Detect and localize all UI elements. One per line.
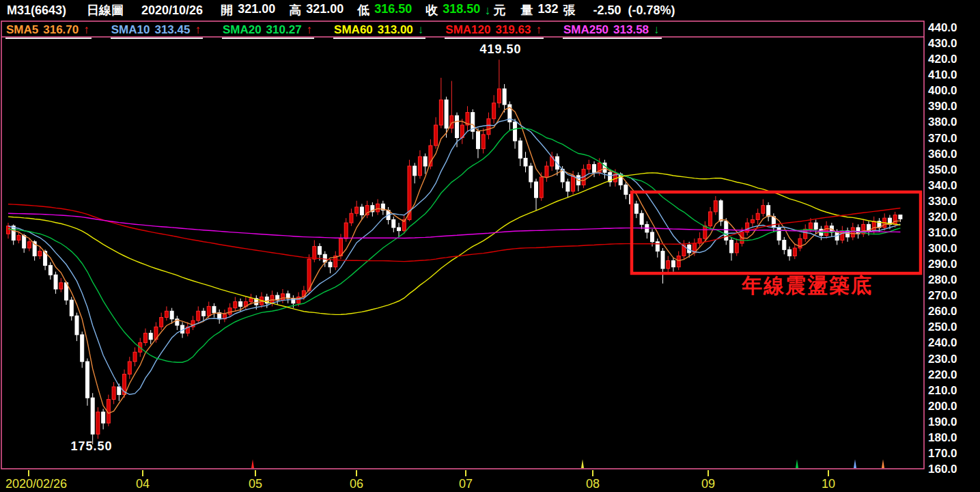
candle[interactable] xyxy=(149,333,152,340)
candle[interactable] xyxy=(360,207,363,215)
candle[interactable] xyxy=(566,182,570,191)
candle[interactable] xyxy=(212,306,216,312)
candle[interactable] xyxy=(535,182,538,197)
sma120-legend[interactable]: SMA120 319.63 ↑ xyxy=(445,23,544,39)
candle[interactable] xyxy=(761,206,765,214)
candle[interactable] xyxy=(651,232,654,242)
candle[interactable] xyxy=(640,213,643,224)
candle[interactable] xyxy=(456,115,459,137)
candle[interactable] xyxy=(899,215,902,219)
candle[interactable] xyxy=(545,166,548,177)
candle[interactable] xyxy=(234,301,237,308)
candle[interactable] xyxy=(735,243,738,253)
candle[interactable] xyxy=(249,299,253,302)
candle[interactable] xyxy=(7,226,10,234)
candle[interactable] xyxy=(719,201,723,221)
candle[interactable] xyxy=(418,156,421,176)
candle[interactable] xyxy=(170,311,173,319)
candle[interactable] xyxy=(133,352,137,361)
candle[interactable] xyxy=(344,223,348,238)
candle[interactable] xyxy=(355,207,359,213)
candle[interactable] xyxy=(487,119,490,135)
candle[interactable] xyxy=(143,333,147,343)
price-chart[interactable]: 440.0430.0420.0410.0400.0390.0380.0370.0… xyxy=(0,0,980,492)
candle[interactable] xyxy=(59,283,63,289)
candle[interactable] xyxy=(751,219,754,223)
candle[interactable] xyxy=(128,361,131,374)
candle[interactable] xyxy=(423,156,427,166)
candle[interactable] xyxy=(307,259,311,290)
candle[interactable] xyxy=(350,213,353,223)
candle[interactable] xyxy=(48,265,52,275)
candle[interactable] xyxy=(413,166,417,176)
candle[interactable] xyxy=(624,185,628,195)
candle[interactable] xyxy=(788,249,792,256)
sma60-legend[interactable]: SMA60 313.00 ↓ xyxy=(333,23,425,39)
candle[interactable] xyxy=(397,228,401,231)
candle[interactable] xyxy=(492,103,496,119)
candle[interactable] xyxy=(70,300,73,316)
candle[interactable] xyxy=(81,335,84,361)
candle[interactable] xyxy=(709,212,712,226)
candle[interactable] xyxy=(814,223,817,229)
candle[interactable] xyxy=(503,89,506,105)
candle[interactable] xyxy=(841,231,844,241)
candle[interactable] xyxy=(481,135,485,149)
candle[interactable] xyxy=(228,308,232,314)
candle[interactable] xyxy=(809,223,812,229)
candle[interactable] xyxy=(239,301,242,306)
candle[interactable] xyxy=(767,206,770,217)
candle[interactable] xyxy=(27,242,31,248)
sma250-legend[interactable]: SMA250 313.58 ↓ xyxy=(563,23,662,39)
candle[interactable] xyxy=(593,165,596,173)
candle[interactable] xyxy=(730,240,733,252)
candle[interactable] xyxy=(667,260,670,269)
candle[interactable] xyxy=(587,165,591,169)
candle[interactable] xyxy=(112,387,115,399)
candle[interactable] xyxy=(270,295,274,303)
candle[interactable] xyxy=(677,256,680,267)
candle[interactable] xyxy=(160,318,163,327)
candle[interactable] xyxy=(634,204,638,213)
candle[interactable] xyxy=(165,311,168,317)
candle[interactable] xyxy=(777,228,781,240)
candle[interactable] xyxy=(497,89,501,103)
candle[interactable] xyxy=(540,177,543,197)
candle[interactable] xyxy=(202,311,206,316)
candle[interactable] xyxy=(85,361,89,398)
candle[interactable] xyxy=(656,242,659,251)
candle[interactable] xyxy=(793,248,796,256)
candle[interactable] xyxy=(524,158,527,166)
candle[interactable] xyxy=(851,228,854,237)
candle[interactable] xyxy=(783,240,786,249)
sma20-legend[interactable]: SMA20 310.27 ↑ xyxy=(222,23,314,39)
candle[interactable] xyxy=(476,131,479,148)
candle[interactable] xyxy=(514,122,517,141)
candle[interactable] xyxy=(54,275,57,289)
candle[interactable] xyxy=(75,316,79,335)
candle[interactable] xyxy=(518,141,522,158)
candle[interactable] xyxy=(23,236,26,248)
candle[interactable] xyxy=(445,100,448,128)
sma5-legend[interactable]: SMA5 316.70 ↑ xyxy=(5,23,92,39)
candle[interactable] xyxy=(893,215,897,225)
ma-line-sma5[interactable] xyxy=(8,107,900,413)
candle[interactable] xyxy=(661,251,664,269)
candle[interactable] xyxy=(392,219,395,228)
candle[interactable] xyxy=(756,213,759,219)
candle[interactable] xyxy=(714,201,717,212)
candle[interactable] xyxy=(439,100,443,125)
candle[interactable] xyxy=(328,262,332,267)
candle[interactable] xyxy=(318,247,322,255)
candle[interactable] xyxy=(313,247,316,259)
candle[interactable] xyxy=(17,236,20,241)
candle[interactable] xyxy=(671,260,675,266)
candle[interactable] xyxy=(91,398,94,434)
candle[interactable] xyxy=(197,311,200,320)
candle[interactable] xyxy=(96,412,100,434)
sma10-legend[interactable]: SMA10 313.45 ↑ xyxy=(111,23,203,39)
candle[interactable] xyxy=(703,226,707,238)
candle[interactable] xyxy=(339,238,342,256)
candle[interactable] xyxy=(207,306,210,316)
candle[interactable] xyxy=(38,251,42,256)
